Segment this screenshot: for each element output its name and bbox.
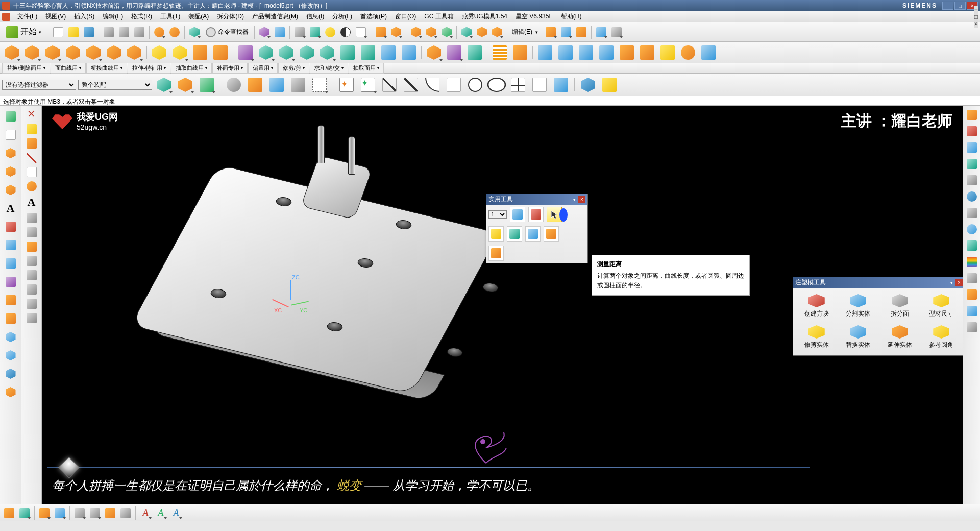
- rr-12[interactable]: [965, 287, 979, 302]
- menu-xq[interactable]: 星空 V6.935F: [511, 11, 557, 22]
- subtab-7[interactable]: 偏置用▾: [248, 63, 278, 74]
- subtab-1[interactable]: 替换/删除面用▾: [2, 63, 50, 74]
- tb2-6[interactable]: [104, 43, 124, 62]
- tb2-23[interactable]: [465, 43, 484, 62]
- mold-item-3[interactable]: 型材尺寸: [922, 292, 961, 320]
- tb2-11[interactable]: [211, 43, 230, 62]
- shade-button[interactable]: [292, 25, 307, 39]
- command-finder[interactable]: 命令查找器: [203, 26, 252, 38]
- tb2-31[interactable]: [678, 43, 698, 62]
- bb-1[interactable]: [2, 506, 16, 520]
- tb2-16[interactable]: [317, 43, 337, 62]
- measure-distance-button[interactable]: [547, 207, 562, 222]
- fb-4[interactable]: [224, 75, 243, 94]
- lr2-9[interactable]: [27, 242, 37, 252]
- tb2-3[interactable]: [43, 43, 62, 62]
- fb-6[interactable]: [267, 75, 286, 94]
- subtab-3[interactable]: 桥接曲线用▾: [86, 63, 127, 74]
- util-btn-5[interactable]: [525, 226, 541, 242]
- snap-quad[interactable]: [551, 75, 571, 94]
- tb2-17[interactable]: [338, 43, 357, 62]
- tb2-12[interactable]: [236, 43, 255, 62]
- lr2-2[interactable]: [27, 124, 37, 134]
- subtab-6[interactable]: 补面专用▾: [212, 63, 248, 74]
- bb-4[interactable]: [53, 506, 67, 520]
- bb-7[interactable]: [103, 506, 117, 520]
- menu-assemblies[interactable]: 装配(A): [184, 11, 213, 22]
- menu-format[interactable]: 格式(R): [127, 11, 156, 22]
- mold-item-6[interactable]: 延伸实体: [880, 323, 919, 351]
- tb2-2[interactable]: [22, 43, 42, 62]
- fb-5[interactable]: [246, 75, 265, 94]
- lr2-1[interactable]: ✕: [27, 108, 36, 120]
- menu-analysis[interactable]: 分析(L): [328, 11, 356, 22]
- tb-btn-g2[interactable]: [609, 25, 624, 39]
- lr2-11[interactable]: [27, 270, 37, 280]
- new-file-button[interactable]: [51, 25, 65, 39]
- menu-edit[interactable]: 编辑(E): [99, 11, 127, 22]
- mold-item-2[interactable]: 拆分面: [880, 292, 919, 320]
- util-btn-2[interactable]: [528, 207, 544, 222]
- lr2-10[interactable]: [27, 256, 37, 266]
- tb-btn-d3[interactable]: [439, 25, 454, 39]
- tb-btn-b1[interactable]: [257, 25, 272, 39]
- bb-3[interactable]: [37, 506, 52, 520]
- subtab-2[interactable]: 面曲线用▾: [51, 63, 86, 74]
- fb-2[interactable]: [176, 75, 195, 94]
- tb2-15[interactable]: [297, 43, 316, 62]
- bb-6[interactable]: [88, 506, 102, 520]
- tb2-4[interactable]: [63, 43, 83, 62]
- layer-select[interactable]: 1: [488, 210, 507, 219]
- doc-restore-button[interactable]: □: [974, 13, 978, 20]
- snap-ell[interactable]: [487, 75, 506, 94]
- bb-5[interactable]: [72, 506, 87, 520]
- tb2-14[interactable]: [277, 43, 296, 62]
- subtab-10[interactable]: 抽取面用▾: [349, 63, 384, 74]
- util-btn-1[interactable]: [510, 207, 525, 222]
- lr1-12[interactable]: [2, 328, 19, 346]
- lr1-13[interactable]: [2, 347, 19, 364]
- mold-panel-close[interactable]: ×: [955, 279, 963, 286]
- lr2-8[interactable]: [27, 227, 37, 237]
- tb-btn-f1[interactable]: [544, 25, 558, 39]
- mold-item-5[interactable]: 替换实体: [839, 323, 878, 351]
- lr2-12[interactable]: [27, 284, 37, 295]
- tb-btn-e3[interactable]: [490, 25, 504, 39]
- tb-btn-e1[interactable]: [459, 25, 474, 39]
- lr1-text[interactable]: A: [2, 200, 19, 217]
- start-button[interactable]: 开始 ▾: [2, 25, 45, 39]
- bb-2[interactable]: [17, 506, 32, 520]
- redo-button[interactable]: [167, 25, 182, 39]
- tb2-32[interactable]: [699, 43, 718, 62]
- rr-9[interactable]: [965, 238, 979, 253]
- tb-btn-f3[interactable]: [574, 25, 589, 39]
- menu-view[interactable]: 视图(V): [41, 11, 70, 22]
- lr1-3[interactable]: [2, 144, 19, 162]
- minimize-button[interactable]: −: [942, 2, 953, 10]
- menu-info[interactable]: 信息(I): [302, 11, 328, 22]
- tb2-21[interactable]: [424, 43, 444, 62]
- tb-btn-f2[interactable]: [559, 25, 573, 39]
- subtab-5[interactable]: 抽取曲线用▾: [171, 63, 212, 74]
- copy-button[interactable]: [117, 25, 131, 39]
- tb-btn-g1[interactable]: [594, 25, 608, 39]
- rr-14[interactable]: [965, 320, 979, 334]
- lr2-6[interactable]: [27, 181, 37, 191]
- rr-8[interactable]: [965, 222, 979, 236]
- tb2-5[interactable]: [84, 43, 103, 62]
- rr-7[interactable]: [965, 206, 979, 220]
- frame-button[interactable]: [354, 25, 368, 39]
- wireframe-button[interactable]: [308, 25, 322, 39]
- menu-tools[interactable]: 工具(T): [156, 11, 184, 22]
- menu-window[interactable]: 窗口(O): [391, 11, 420, 22]
- tb2-27[interactable]: [597, 43, 616, 62]
- tb2-24[interactable]: [535, 43, 555, 62]
- tb2-26[interactable]: [576, 43, 596, 62]
- snap-arc[interactable]: [423, 75, 442, 94]
- lr1-5[interactable]: [2, 181, 19, 199]
- fb-assy[interactable]: [578, 75, 598, 94]
- tb-btn-e2[interactable]: [475, 25, 489, 39]
- rr-6[interactable]: [965, 189, 979, 204]
- rr-10[interactable]: [965, 255, 979, 269]
- lr1-15[interactable]: [2, 383, 19, 401]
